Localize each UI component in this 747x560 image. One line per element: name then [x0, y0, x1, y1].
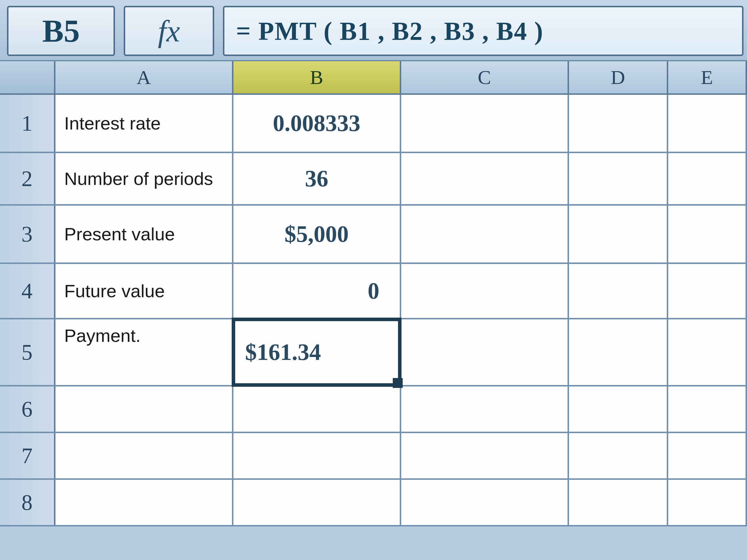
cell-E4[interactable] [668, 264, 747, 318]
cell-B7[interactable] [233, 433, 401, 478]
cell-C4[interactable] [401, 264, 569, 318]
column-headers: A B C D E [0, 61, 747, 95]
cell-B5-value: $161.34 [245, 339, 321, 366]
cell-B3[interactable]: $5,000 [233, 206, 401, 263]
cell-A3[interactable]: Present value [55, 206, 233, 263]
row-header-2[interactable]: 2 [0, 153, 55, 204]
cell-B2[interactable]: 36 [233, 153, 401, 204]
cell-C2[interactable] [401, 153, 569, 204]
cell-B5[interactable]: $161.34 [233, 319, 401, 385]
col-header-B[interactable]: B [233, 61, 401, 93]
col-header-C[interactable]: C [401, 61, 569, 93]
row-header-7[interactable]: 7 [0, 433, 55, 478]
row-header-1[interactable]: 1 [0, 95, 55, 152]
name-box[interactable]: B5 [7, 6, 115, 56]
cell-E6[interactable] [668, 386, 747, 432]
cell-C5[interactable] [401, 319, 569, 385]
row-1: 1 Interest rate 0.008333 [0, 95, 747, 153]
cell-B1[interactable]: 0.008333 [233, 95, 401, 152]
cell-D4[interactable] [569, 264, 668, 318]
fx-button[interactable]: fx [124, 6, 214, 56]
cell-B8[interactable] [233, 480, 401, 525]
cell-E3[interactable] [668, 206, 747, 263]
cell-A5[interactable]: Payment. [55, 319, 233, 385]
cell-E5[interactable] [668, 319, 747, 385]
cell-D6[interactable] [569, 386, 668, 432]
row-header-3[interactable]: 3 [0, 206, 55, 263]
cell-E7[interactable] [668, 433, 747, 478]
cell-A7[interactable] [55, 433, 233, 478]
col-header-A[interactable]: A [55, 61, 233, 93]
row-header-8[interactable]: 8 [0, 480, 55, 525]
cell-E2[interactable] [668, 153, 747, 204]
cell-D2[interactable] [569, 153, 668, 204]
cell-A1[interactable]: Interest rate [55, 95, 233, 152]
spreadsheet-grid: A B C D E 1 Interest rate 0.008333 2 Num… [0, 61, 747, 527]
cell-C8[interactable] [401, 480, 569, 525]
cell-C6[interactable] [401, 386, 569, 432]
row-3: 3 Present value $5,000 [0, 206, 747, 264]
fill-handle[interactable] [393, 378, 403, 388]
cell-E1[interactable] [668, 95, 747, 152]
cell-E8[interactable] [668, 480, 747, 525]
row-2: 2 Number of periods 36 [0, 153, 747, 206]
cell-C3[interactable] [401, 206, 569, 263]
row-header-4[interactable]: 4 [0, 264, 55, 318]
col-header-E[interactable]: E [668, 61, 747, 93]
formula-input[interactable]: = PMT ( B1 , B2 , B3 , B4 ) [223, 6, 744, 56]
cell-C7[interactable] [401, 433, 569, 478]
row-header-6[interactable]: 6 [0, 386, 55, 432]
cell-B6[interactable] [233, 386, 401, 432]
cell-C1[interactable] [401, 95, 569, 152]
cell-D5[interactable] [569, 319, 668, 385]
cell-D7[interactable] [569, 433, 668, 478]
select-all-corner[interactable] [0, 61, 55, 93]
cell-A8[interactable] [55, 480, 233, 525]
row-5: 5 Payment. $161.34 [0, 319, 747, 386]
row-6: 6 [0, 386, 747, 433]
cell-B4[interactable]: 0 [233, 264, 401, 318]
row-8: 8 [0, 480, 747, 527]
row-7: 7 [0, 433, 747, 480]
cell-D8[interactable] [569, 480, 668, 525]
cell-D1[interactable] [569, 95, 668, 152]
cell-A4[interactable]: Future value [55, 264, 233, 318]
row-header-5[interactable]: 5 [0, 319, 55, 385]
row-4: 4 Future value 0 [0, 264, 747, 319]
cell-A6[interactable] [55, 386, 233, 432]
cell-D3[interactable] [569, 206, 668, 263]
col-header-D[interactable]: D [569, 61, 668, 93]
cell-A2[interactable]: Number of periods [55, 153, 233, 204]
formula-bar: B5 fx = PMT ( B1 , B2 , B3 , B4 ) [0, 0, 747, 61]
